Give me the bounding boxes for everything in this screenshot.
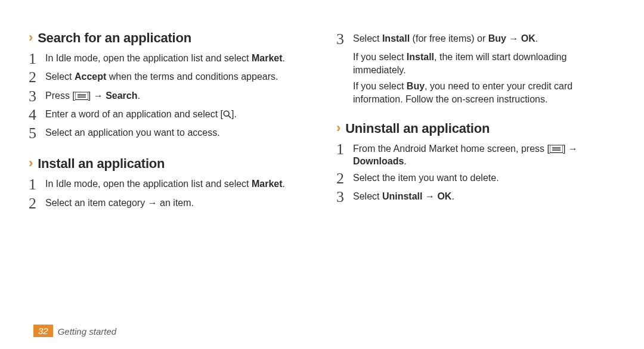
text: From the Android Market home screen, pre…: [353, 144, 550, 154]
text: Enter a word of an application and selec…: [45, 109, 223, 119]
bold-install: Install: [382, 33, 410, 43]
text: Select: [353, 191, 382, 201]
text: →: [422, 191, 437, 201]
text: .: [535, 33, 538, 43]
menu-icon: [75, 91, 88, 99]
step-number: 1: [336, 141, 353, 157]
chevron-icon: ›: [336, 120, 340, 135]
step-body: Select Install (for free items) or Buy →…: [353, 32, 615, 45]
text: Press [: [45, 91, 75, 101]
uninstall-step-1: 1 From the Android Market home screen, p…: [336, 142, 615, 168]
step-body: Select Uninstall → OK.: [353, 190, 615, 203]
step-number: 1: [29, 51, 45, 67]
text: .: [404, 156, 406, 166]
text: .: [283, 179, 285, 189]
text: ] →: [88, 91, 106, 101]
text: (for free items) or: [410, 33, 488, 43]
text: Select: [45, 71, 75, 82]
menu-icon: [550, 144, 563, 152]
svg-point-4: [224, 111, 229, 116]
text: .: [283, 53, 285, 63]
text: ] →: [563, 144, 578, 154]
bold-ok: OK: [521, 33, 535, 43]
heading-uninstall-text: Uninstall an application: [345, 121, 490, 136]
heading-search: ›Search for an application: [29, 30, 308, 46]
text: Select: [353, 33, 382, 43]
search-step-5: 5 Select an application you want to acce…: [29, 126, 308, 141]
text: ].: [231, 109, 237, 119]
left-column: ›Search for an application 1 In Idle mod…: [29, 19, 308, 215]
step-body: Press [] → Search.: [45, 89, 308, 102]
step-body: Enter a word of an application and selec…: [45, 108, 308, 121]
svg-line-5: [228, 116, 231, 118]
bold-downloads: Downloads: [353, 156, 404, 166]
search-step-2: 2 Select Accept when the terms and condi…: [29, 70, 308, 85]
heading-uninstall: ›Uninstall an application: [336, 120, 615, 136]
bold-market: Market: [252, 53, 283, 63]
install-note-buy: If you select Buy, you need to enter you…: [353, 80, 615, 105]
text: .: [138, 91, 140, 101]
step-body: From the Android Market home screen, pre…: [353, 142, 615, 168]
step-number: 2: [29, 69, 45, 85]
text: In Idle mode, open the application list …: [45, 53, 252, 63]
footer-section-name: Getting started: [58, 326, 116, 336]
text: .: [451, 191, 454, 201]
page-footer: 32Getting started: [33, 325, 116, 337]
install-note-install: If you select Install, the item will sta…: [353, 51, 615, 76]
uninstall-step-3: 3 Select Uninstall → OK.: [336, 190, 615, 205]
step-body: Select the item you want to delete.: [353, 172, 615, 185]
step-body: In Idle mode, open the application list …: [45, 177, 308, 191]
install-step-1: 1 In Idle mode, open the application lis…: [29, 177, 308, 192]
page-number-badge: 32: [33, 325, 53, 337]
text: →: [506, 33, 521, 43]
bold-buy: Buy: [407, 81, 425, 91]
chevron-icon: ›: [29, 155, 33, 170]
two-column-layout: ›Search for an application 1 In Idle mod…: [29, 19, 615, 215]
step-number: 5: [29, 125, 45, 141]
step-number: 1: [29, 176, 45, 192]
step-body: Select an item category → an item.: [45, 197, 308, 210]
step-number: 4: [29, 107, 45, 123]
heading-install-text: Install an application: [38, 156, 165, 171]
step-body: In Idle mode, open the application list …: [45, 52, 308, 65]
search-step-3: 3 Press [] → Search.: [29, 89, 308, 104]
step-number: 3: [336, 31, 353, 47]
text: If you select: [353, 81, 407, 91]
step-number: 3: [336, 189, 353, 205]
bold-uninstall: Uninstall: [382, 191, 423, 201]
bold-search: Search: [106, 91, 137, 101]
search-step-1: 1 In Idle mode, open the application lis…: [29, 52, 308, 67]
install-step-2: 2 Select an item category → an item.: [29, 197, 308, 211]
heading-install: ›Install an application: [29, 155, 308, 172]
step-body: Select an application you want to access…: [45, 126, 308, 139]
right-column: 3 Select Install (for free items) or Buy…: [336, 19, 615, 215]
step-body: Select Accept when the terms and conditi…: [45, 70, 308, 83]
search-step-4: 4 Enter a word of an application and sel…: [29, 108, 308, 123]
install-step-3: 3 Select Install (for free items) or Buy…: [336, 32, 615, 47]
text: In Idle mode, open the application list …: [45, 179, 252, 189]
step-number: 2: [29, 195, 45, 211]
heading-search-text: Search for an application: [38, 30, 191, 45]
text: If you select: [353, 52, 407, 62]
bold-install: Install: [407, 52, 434, 62]
uninstall-step-2: 2 Select the item you want to delete.: [336, 172, 615, 186]
step-number: 3: [29, 88, 45, 104]
text: when the terms and conditions appears.: [106, 71, 278, 82]
bold-market: Market: [252, 179, 283, 189]
search-icon: [223, 109, 231, 117]
bold-buy: Buy: [488, 33, 506, 43]
bold-ok: OK: [437, 191, 451, 201]
bold-accept: Accept: [75, 71, 106, 82]
step-number: 2: [336, 170, 353, 186]
page: ›Search for an application 1 In Idle mod…: [0, 0, 644, 349]
chevron-icon: ›: [29, 30, 33, 45]
